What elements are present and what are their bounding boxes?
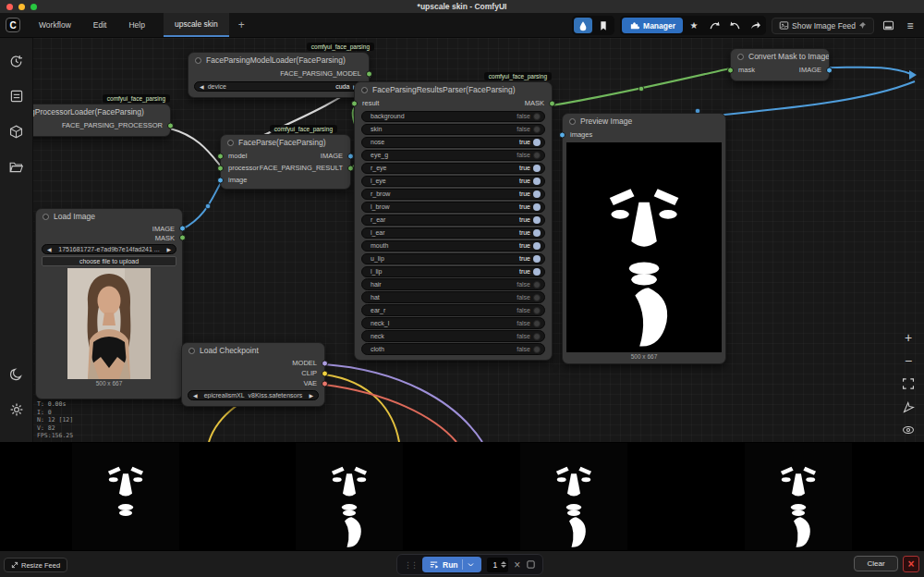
output-port-image[interactable] <box>179 226 186 232</box>
queue-history-button[interactable] <box>6 51 27 71</box>
resize-feed-button[interactable]: Resize Feed <box>4 558 67 572</box>
toggle-row-mouth[interactable]: mouthtrue <box>361 240 545 252</box>
toggle-knob[interactable] <box>533 190 541 198</box>
batch-count-stepper[interactable]: 1 <box>487 558 509 572</box>
toggle-knob[interactable] <box>533 281 541 288</box>
theme-toggle-button[interactable] <box>6 364 27 385</box>
input-port-result[interactable] <box>351 100 358 106</box>
run-button[interactable]: Run <box>422 557 481 572</box>
image-file-widget[interactable]: ◀ 1751681727-e7ad9b7e14fad241 ... ▶ <box>42 244 176 254</box>
cancel-run-button[interactable]: × <box>514 559 520 571</box>
checkpoint-widget[interactable]: ◀ epicrealismXL_v8Kiss.safetensors ▶ <box>188 390 319 400</box>
toggle-knob[interactable] <box>533 152 541 159</box>
workflows-button[interactable] <box>6 156 27 177</box>
bookmark-button[interactable] <box>594 18 613 33</box>
node-load-checkpoint[interactable]: Load Checkpoint MODEL CLIP VAE ◀ epicrea… <box>181 342 325 407</box>
output-port-model[interactable] <box>322 360 328 366</box>
bottom-panel-button[interactable] <box>880 18 896 34</box>
toggle-knob[interactable] <box>533 203 541 211</box>
update-button[interactable] <box>705 18 723 33</box>
chevron-down-icon[interactable] <box>467 560 475 569</box>
output-port-image[interactable] <box>826 67 833 73</box>
zoom-out-button[interactable]: − <box>900 352 917 369</box>
share-button[interactable] <box>746 18 764 33</box>
toggle-row-l_ear[interactable]: l_eartrue <box>361 227 545 239</box>
model-library-button[interactable] <box>6 121 27 141</box>
toggle-visibility-button[interactable] <box>900 422 917 438</box>
toggle-knob[interactable] <box>533 268 541 276</box>
toggle-row-neck_l[interactable]: neck_lfalse <box>361 317 545 328</box>
choose-file-button[interactable]: choose file to upload <box>42 256 176 266</box>
toggle-knob[interactable] <box>533 178 541 185</box>
new-tab-button[interactable]: + <box>229 18 254 31</box>
node-preview-image[interactable]: Preview Image images 500 x 667 <box>562 113 726 364</box>
toggle-knob[interactable] <box>533 113 541 120</box>
toggle-row-r_eye[interactable]: r_eyetrue <box>361 163 545 174</box>
output-port-face-parsing-result[interactable] <box>347 165 354 171</box>
menu-help[interactable]: Help <box>117 13 155 37</box>
toggle-row-l_lip[interactable]: l_liptrue <box>361 266 545 277</box>
feed-image[interactable] <box>520 443 627 550</box>
output-port-clip[interactable] <box>322 370 328 376</box>
node-faceparsing-model-loader[interactable]: comfyui_face_parsing FaceParsingModelLoa… <box>188 52 370 98</box>
feed-image[interactable] <box>72 443 179 550</box>
node-library-button[interactable] <box>6 86 27 106</box>
active-tool-button[interactable] <box>574 18 592 33</box>
toggle-knob[interactable] <box>533 333 541 340</box>
toggle-row-nose[interactable]: nosetrue <box>361 137 545 148</box>
toggle-knob[interactable] <box>533 242 541 250</box>
feed-image[interactable] <box>745 443 852 550</box>
toggle-row-hat[interactable]: hatfalse <box>361 291 545 302</box>
feed-image[interactable] <box>296 443 403 550</box>
toggle-knob[interactable] <box>533 126 541 133</box>
output-port-face-parsing-processor[interactable] <box>167 122 174 129</box>
toggle-knob[interactable] <box>533 229 541 237</box>
collapse-dot[interactable] <box>195 57 201 64</box>
preview-image-output[interactable] <box>566 142 722 352</box>
toggle-row-ear_r[interactable]: ear_rfalse <box>361 304 545 315</box>
toggle-row-r_ear[interactable]: r_eartrue <box>361 215 545 226</box>
menu-edit[interactable]: Edit <box>82 13 118 37</box>
toggle-knob[interactable] <box>533 255 541 263</box>
step-down-icon[interactable] <box>501 565 506 568</box>
loaded-photo-thumbnail[interactable] <box>67 268 151 379</box>
fit-view-button[interactable] <box>900 375 917 392</box>
toggle-knob[interactable] <box>533 139 541 146</box>
toggle-knob[interactable] <box>533 307 541 314</box>
output-port-mask[interactable] <box>179 235 186 241</box>
node-convert-mask-to-image[interactable]: Convert Mask to Image maskIMAGE <box>730 48 830 81</box>
toggle-row-r_brow[interactable]: r_browtrue <box>361 189 545 200</box>
select-mode-button[interactable] <box>900 399 917 415</box>
toggle-row-background[interactable]: backgroundfalse <box>361 111 545 122</box>
input-port-model[interactable] <box>217 153 224 159</box>
toggle-row-l_eye[interactable]: l_eyetrue <box>361 176 545 187</box>
step-up-icon[interactable] <box>501 561 506 564</box>
toggle-row-cloth[interactable]: clothfalse <box>361 343 545 354</box>
collapse-dot[interactable] <box>737 54 744 60</box>
output-port-mask[interactable] <box>549 100 555 106</box>
collapse-dot[interactable] <box>569 118 576 125</box>
toggle-row-l_brow[interactable]: l_browtrue <box>361 202 545 213</box>
toggle-knob[interactable] <box>533 294 541 301</box>
zoom-in-button[interactable]: + <box>900 329 917 346</box>
node-faceparse[interactable]: comfyui_face_parsing FaceParse(FaceParsi… <box>220 134 351 190</box>
combo-prev-icon[interactable]: ◀ <box>200 83 204 90</box>
workflow-tab[interactable]: upscale skin <box>164 13 229 37</box>
collapse-dot[interactable] <box>227 140 234 146</box>
collapse-dot[interactable] <box>43 214 49 220</box>
show-image-feed-button[interactable]: Show Image Feed <box>772 18 874 34</box>
toggle-knob[interactable] <box>533 346 541 353</box>
node-load-image[interactable]: Load Image IMAGE MASK ◀ 1751681727-e7ad9… <box>35 208 183 399</box>
input-port-processor[interactable] <box>217 165 224 171</box>
close-feed-button[interactable]: × <box>903 556 919 572</box>
toggle-knob[interactable] <box>533 320 541 327</box>
star-button[interactable]: ★ <box>685 18 703 33</box>
drag-handle[interactable]: ⋮⋮ <box>404 560 417 570</box>
toggle-row-skin[interactable]: skinfalse <box>361 124 545 135</box>
input-port-image[interactable] <box>217 177 224 183</box>
collapse-dot[interactable] <box>361 87 368 93</box>
stop-icon[interactable] <box>526 559 536 570</box>
toggle-row-neck[interactable]: neckfalse <box>361 330 545 341</box>
output-port-image[interactable] <box>347 153 354 159</box>
manager-button[interactable]: Manager <box>622 18 683 33</box>
